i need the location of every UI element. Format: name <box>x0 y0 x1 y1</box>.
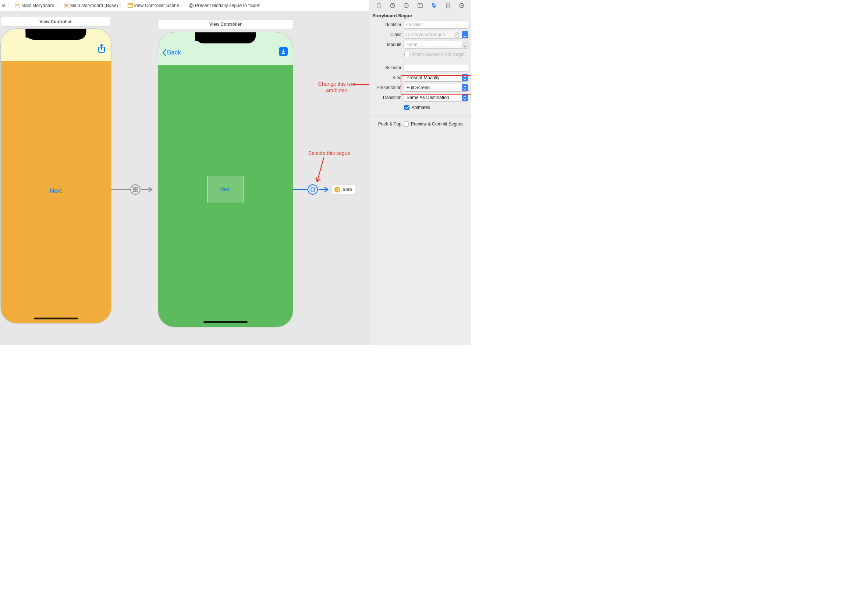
size-inspector-tab[interactable] <box>444 1 452 10</box>
storyboard-file-icon <box>15 3 21 9</box>
svg-rect-31 <box>419 4 420 6</box>
breadcrumb-item[interactable]: View Controller Scene 〉 <box>126 2 187 9</box>
breadcrumb-label: Main.storyboard (Base) <box>70 3 118 8</box>
scene-icon <box>127 3 133 9</box>
stepper-icon <box>462 74 468 81</box>
storyboard-base-icon <box>64 3 70 9</box>
segue-node-bside-selected[interactable] <box>308 184 318 195</box>
plus-circle-icon[interactable] <box>454 32 460 38</box>
breadcrumb-label: Present Modally segue to "Side" <box>195 3 261 8</box>
device-notch <box>195 32 256 43</box>
row-inherit: Inherit Module From Target <box>372 50 468 59</box>
svg-line-25 <box>317 157 324 182</box>
inspector-tabs: ? <box>369 0 471 11</box>
back-button-label: Back <box>167 49 181 56</box>
presentation-value: Full Screen <box>406 85 430 90</box>
connections-inspector-tab[interactable] <box>458 1 466 10</box>
annotation-arrow-icon <box>315 156 326 185</box>
svg-rect-32 <box>446 3 449 8</box>
svg-point-6 <box>189 3 193 7</box>
device-notch <box>26 29 86 40</box>
kind-value: Present Modally <box>406 75 440 80</box>
download-icon[interactable] <box>279 47 288 56</box>
identifier-label: Identifier <box>372 22 401 27</box>
row-presentation: Presentation Full Screen <box>372 84 468 92</box>
side-scene-label: Side <box>343 187 352 192</box>
breadcrumb-item[interactable]: ls 〉 <box>1 2 13 9</box>
help-inspector-tab[interactable]: ? <box>402 1 410 10</box>
history-inspector-tab[interactable] <box>388 1 397 10</box>
class-field[interactable]: UIStoryboardSegue <box>404 31 468 39</box>
selector-label: Selector <box>372 65 401 70</box>
chevron-right-icon: 〉 <box>180 2 186 9</box>
svg-text:?: ? <box>406 4 407 7</box>
svg-rect-24 <box>311 188 315 191</box>
row-kind: Kind Present Modally <box>372 73 468 82</box>
module-value: None <box>406 42 418 47</box>
animates-label: Animates <box>412 105 430 110</box>
row-peekpop: Peek & Pop Preview & Commit Segues <box>372 120 468 128</box>
stepper-icon <box>462 94 468 101</box>
container-view[interactable]: Next <box>207 176 244 202</box>
row-selector: Selector <box>372 64 468 72</box>
class-dropdown-icon[interactable] <box>462 31 468 38</box>
class-label: Class <box>372 32 401 37</box>
file-inspector-tab[interactable] <box>375 1 382 10</box>
breadcrumb: ls 〉 Main.storyboard 〉 Main.storyboard (… <box>0 0 261 11</box>
transition-label: Transition <box>372 95 401 100</box>
svg-rect-7 <box>190 4 192 6</box>
class-placeholder: UIStoryboardSegue <box>406 32 445 37</box>
identifier-placeholder: Identifier <box>406 22 423 27</box>
row-class: Class UIStoryboardSegue <box>372 31 468 39</box>
row-identifier: Identifier Identifier <box>372 21 468 29</box>
annotation-text: attributes <box>326 88 347 94</box>
animates-checkbox[interactable] <box>404 105 409 110</box>
home-indicator <box>204 321 248 323</box>
view-controller-b[interactable]: Back Next <box>158 32 293 327</box>
inspector-heading: Storyboard Segue <box>369 11 471 20</box>
breadcrumb-item[interactable]: Present Modally segue to "Side" <box>188 3 261 9</box>
breadcrumb-item[interactable]: Main.storyboard (Base) 〉 <box>63 2 126 9</box>
breadcrumb-label: ls <box>2 3 6 8</box>
selector-field[interactable] <box>404 64 468 72</box>
inspector-body: Identifier Identifier Class UIStoryboard… <box>369 20 471 132</box>
svg-rect-3 <box>65 4 67 7</box>
kind-select[interactable]: Present Modally <box>404 74 468 82</box>
share-icon[interactable] <box>97 43 106 54</box>
side-scene-chip[interactable]: Side <box>332 184 356 195</box>
breadcrumb-item[interactable]: Main.storyboard 〉 <box>14 2 62 9</box>
stepper-icon <box>462 84 468 91</box>
scene-title[interactable]: View Controller <box>157 19 294 29</box>
breadcrumb-label: Main.storyboard <box>21 3 54 8</box>
identifier-field[interactable]: Identifier <box>404 21 468 29</box>
scene-title-label: View Controller <box>40 19 72 24</box>
transition-select[interactable]: Same As Destination <box>404 94 468 101</box>
row-transition: Transition Same As Destination <box>372 94 468 101</box>
chevron-right-icon: 〉 <box>55 2 62 9</box>
identity-inspector-tab[interactable] <box>416 1 424 10</box>
scene-title-label: View Controller <box>210 22 242 27</box>
transition-value: Same As Destination <box>406 95 449 100</box>
next-button-a[interactable]: Next <box>50 188 62 194</box>
scene-title[interactable]: View Controller <box>1 17 110 26</box>
canvas[interactable]: View Controller Next View Controller Bac… <box>0 11 369 345</box>
svg-rect-30 <box>418 4 422 7</box>
annotation-arrow-icon <box>353 82 369 88</box>
divider <box>369 116 471 116</box>
segue-node-ab[interactable] <box>130 184 141 195</box>
viewcontroller-icon <box>334 186 340 192</box>
preview-checkbox[interactable] <box>404 122 409 126</box>
peekpop-label: Peek & Pop <box>372 122 401 126</box>
module-label: Module <box>372 42 401 47</box>
attributes-inspector-tab[interactable] <box>430 1 438 10</box>
next-button-b[interactable]: Next <box>220 186 231 192</box>
back-button[interactable]: Back <box>162 48 181 57</box>
presentation-label: Presentation <box>372 85 401 90</box>
view-controller-a[interactable]: Next <box>1 29 111 323</box>
presentation-select[interactable]: Full Screen <box>404 84 468 92</box>
home-indicator <box>34 318 78 320</box>
breadcrumb-label: View Controller Scene <box>134 3 179 8</box>
kind-label: Kind <box>372 75 401 80</box>
inherit-checkbox[interactable] <box>404 52 409 57</box>
module-select[interactable]: None <box>404 41 468 48</box>
